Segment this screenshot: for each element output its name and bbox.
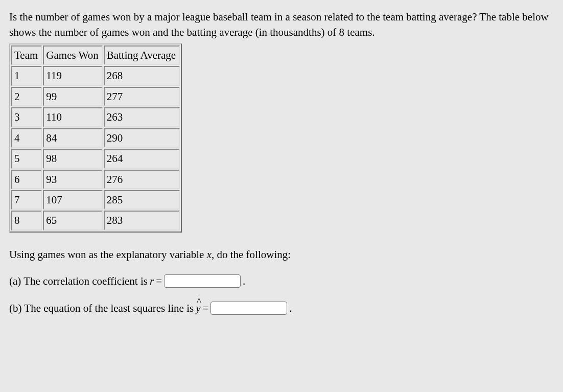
regression-input[interactable] [210,302,287,315]
period: . [243,273,245,289]
cell-batting-avg: 264 [104,149,180,168]
cell-batting-avg: 276 [104,170,180,189]
part-b-label: (b) The equation of the least squares li… [9,301,194,316]
cell-batting-avg: 283 [104,211,180,230]
part-a: (a) The correlation coefficient is r = . [9,273,554,289]
cell-batting-avg: 285 [104,190,180,210]
table-row: 4 84 290 [11,128,180,148]
cell-games-won: 119 [43,66,102,85]
instruction-prefix: Using games won as the explanatory varia… [9,248,207,261]
table-row: 5 98 264 [11,149,180,168]
table-row: 3 110 263 [11,107,180,127]
cell-batting-avg: 263 [104,107,180,127]
cell-team: 4 [11,128,42,148]
cell-team: 3 [11,107,42,127]
cell-games-won: 84 [43,128,102,148]
cell-games-won: 110 [43,107,102,127]
instruction-suffix: , do the following: [212,248,291,261]
cell-games-won: 98 [43,149,102,168]
cell-batting-avg: 277 [104,87,180,106]
header-batting-avg: Batting Average [104,45,180,65]
table-row: 6 93 276 [11,170,180,189]
cell-team: 5 [11,149,42,168]
cell-team: 7 [11,190,42,210]
period: . [289,301,292,316]
table-row: 1 119 268 [11,66,180,85]
cell-batting-avg: 290 [104,128,180,148]
variable-y-hat: y [196,301,200,316]
header-team: Team [11,45,42,65]
table-header-row: Team Games Won Batting Average [11,45,180,65]
table-row: 7 107 285 [11,190,180,210]
cell-games-won: 65 [43,211,102,230]
cell-team: 2 [11,87,42,106]
variable-x: x [207,248,212,261]
question-text: Is the number of games won by a major le… [9,9,554,40]
cell-team: 6 [11,170,42,189]
header-games-won: Games Won [43,45,102,65]
cell-games-won: 99 [43,87,102,106]
equals-sign: = [156,273,162,289]
table-row: 8 65 283 [11,211,180,230]
cell-team: 1 [11,66,42,85]
table-row: 2 99 277 [11,87,180,106]
variable-r: r [150,273,154,289]
correlation-input[interactable] [164,274,241,288]
cell-team: 8 [11,211,42,230]
part-b: (b) The equation of the least squares li… [9,301,554,316]
cell-games-won: 107 [43,190,102,210]
part-a-label: (a) The correlation coefficient is [9,273,148,289]
instruction-text: Using games won as the explanatory varia… [9,247,554,262]
data-table: Team Games Won Batting Average 1 119 268… [9,43,182,233]
cell-games-won: 93 [43,170,102,189]
equals-sign: = [203,301,209,316]
cell-batting-avg: 268 [104,66,180,85]
